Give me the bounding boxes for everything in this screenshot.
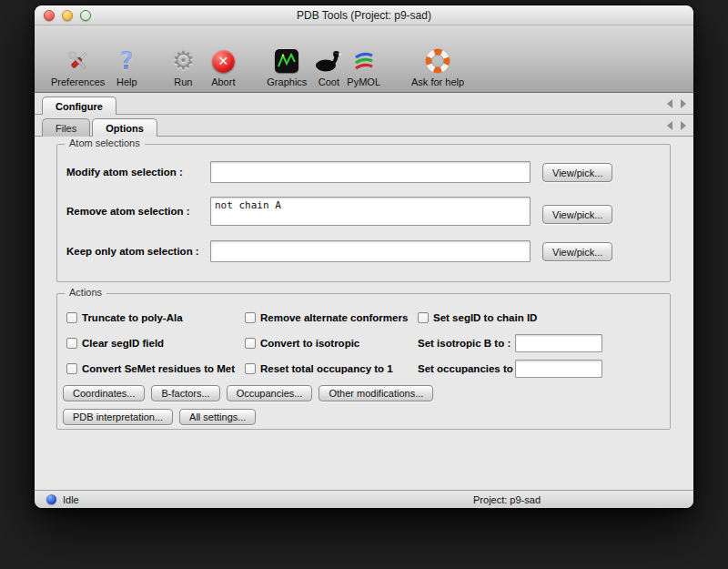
tab-scroll-left-icon[interactable] [667,99,672,108]
toolbar-label: Abort [211,76,235,87]
options-panel: Atom selections Modify atom selection : … [35,137,693,490]
status-text: Idle [63,494,79,505]
checkbox-icon [66,363,77,374]
checkbox-reset-total-occupancy[interactable]: Reset total occupancy to 1 [245,361,393,376]
checkbox-remove-alternate-conformers[interactable]: Remove alternate conformers [245,310,408,325]
tab-configure[interactable]: Configure [42,97,116,115]
view-pick-modify-button[interactable]: View/pick... [542,163,612,182]
checkbox-icon [66,338,77,349]
toolbar-button-graphics[interactable]: Graphics [267,47,307,87]
keep-only-atom-selection-label: Keep only atom selection : [66,246,199,257]
toolbar-label: Run [174,76,192,87]
set-isotropic-b-input[interactable] [515,334,602,352]
checkbox-icon [245,338,256,349]
lifebuoy-icon [421,47,454,75]
keep-only-atom-selection-input[interactable] [210,240,531,262]
actions-group: Actions Truncate to poly-Ala Remove alte… [56,293,671,430]
remove-atom-selection-label: Remove atom selection : [66,206,189,217]
main-tabstrip: Configure [35,93,693,115]
other-modifications-button[interactable]: Other modifications... [318,385,433,401]
tab-scroll-right-icon[interactable] [681,99,686,108]
tab-scroll-arrows [667,121,686,130]
atom-selections-group: Atom selections Modify atom selection : … [56,144,671,282]
tab-scroll-arrows [667,99,686,108]
checkbox-clear-segid-field[interactable]: Clear segID field [66,336,164,351]
checkbox-convert-to-isotropic[interactable]: Convert to isotropic [245,336,359,351]
checkbox-icon [66,312,77,323]
set-occupancies-input[interactable] [515,360,602,378]
actions-button-row-1: Coordinates... B-factors... Occupancies.… [63,385,433,401]
pymol-icon [348,47,380,75]
checkbox-set-segid-to-chain-id[interactable]: Set segID to chain ID [418,310,537,325]
zoom-button[interactable] [80,10,91,21]
toolbar-label: Coot [318,76,339,87]
checkbox-icon [418,312,429,323]
toolbar-label: Graphics [267,76,307,87]
graphics-icon [270,47,303,75]
checkbox-icon [245,312,256,323]
toolbar-button-run[interactable]: Run [167,47,199,87]
preferences-icon [62,47,95,75]
tab-scroll-right-icon[interactable] [681,121,686,130]
group-title: Actions [65,287,106,298]
pdb-interpretation-button[interactable]: PDB interpretation... [63,409,173,425]
toolbar-label: Help [116,76,137,87]
toolbar-button-help[interactable]: Help [110,47,143,87]
toolbar-button-pymol[interactable]: PyMOL [347,47,380,87]
desktop: { "window": { "title": "PDB Tools (Proje… [0,0,728,569]
modify-atom-selection-input[interactable] [210,161,531,183]
tab-files[interactable]: Files [42,118,90,137]
view-pick-remove-button[interactable]: View/pick... [542,205,612,224]
window-title: PDB Tools (Project: p9-sad) [297,9,431,22]
checkbox-convert-semet-to-met[interactable]: Convert SeMet residues to Met [66,361,235,376]
project-label: Project: p9-sad [473,494,541,505]
tab-options[interactable]: Options [92,118,157,137]
help-icon [110,47,143,75]
toolbar-label: Preferences [51,76,105,87]
traffic-lights [44,10,91,21]
toolbar-button-ask-for-help[interactable]: Ask for help [411,47,464,87]
set-occupancies-label: Set occupancies to : [418,363,520,374]
view-pick-keep-button[interactable]: View/pick... [542,242,612,261]
minimize-button[interactable] [62,10,73,21]
modify-atom-selection-label: Modify atom selection : [66,167,183,178]
all-settings-button[interactable]: All settings... [179,409,256,425]
close-button[interactable] [44,10,55,21]
checkbox-icon [245,363,256,374]
toolbar-button-abort[interactable]: Abort [207,47,239,87]
coot-icon [312,47,345,75]
toolbar-button-preferences[interactable]: Preferences [51,47,105,87]
set-isotropic-b-label: Set isotropic B to : [418,338,511,349]
titlebar: PDB Tools (Project: p9-sad) [35,5,693,25]
toolbar: Preferences Help Run Abort Grap [35,25,693,93]
tab-scroll-left-icon[interactable] [667,121,672,130]
statusbar: Idle Project: p9-sad [35,490,693,508]
toolbar-button-coot[interactable]: Coot [312,47,345,87]
toolbar-label: Ask for help [411,76,464,87]
sub-tabstrip: Files Options [35,115,693,137]
coordinates-button[interactable]: Coordinates... [63,385,145,401]
run-icon [167,47,199,75]
b-factors-button[interactable]: B-factors... [151,385,219,401]
pdb-tools-window: PDB Tools (Project: p9-sad) Preferences [35,5,693,508]
checkbox-truncate-to-poly-ala[interactable]: Truncate to poly-Ala [66,310,183,325]
abort-icon [207,47,239,75]
status-indicator-icon [46,494,56,504]
actions-button-row-2: PDB interpretation... All settings... [63,409,256,425]
toolbar-label: PyMOL [347,76,380,87]
occupancies-button[interactable]: Occupancies... [227,385,313,401]
group-title: Atom selections [65,137,145,148]
remove-atom-selection-input[interactable]: not chain A [210,197,531,226]
